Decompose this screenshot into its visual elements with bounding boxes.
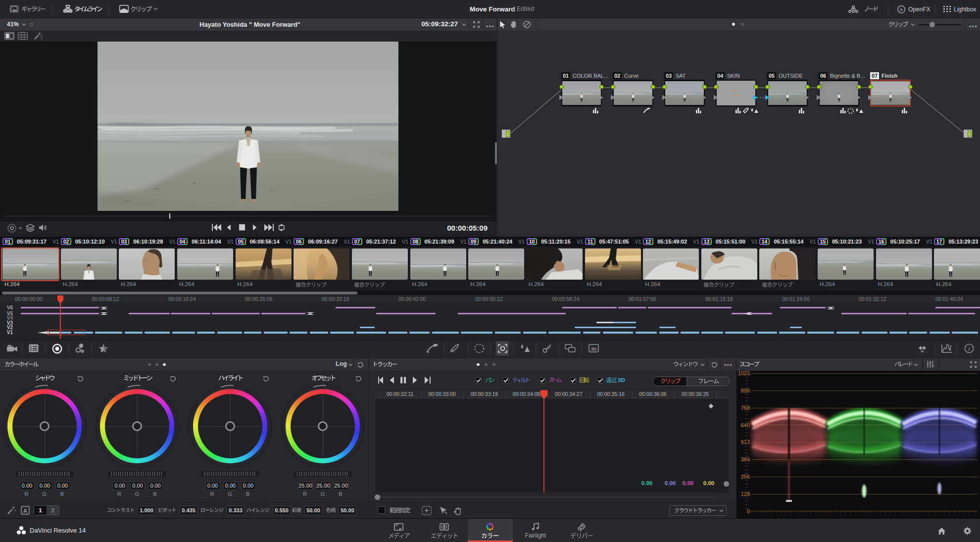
svg-text:A: A [23, 508, 27, 514]
svg-text:fx: fx [900, 7, 903, 12]
svg-text:i: i [968, 345, 970, 352]
svg-text:3D: 3D [591, 346, 597, 351]
